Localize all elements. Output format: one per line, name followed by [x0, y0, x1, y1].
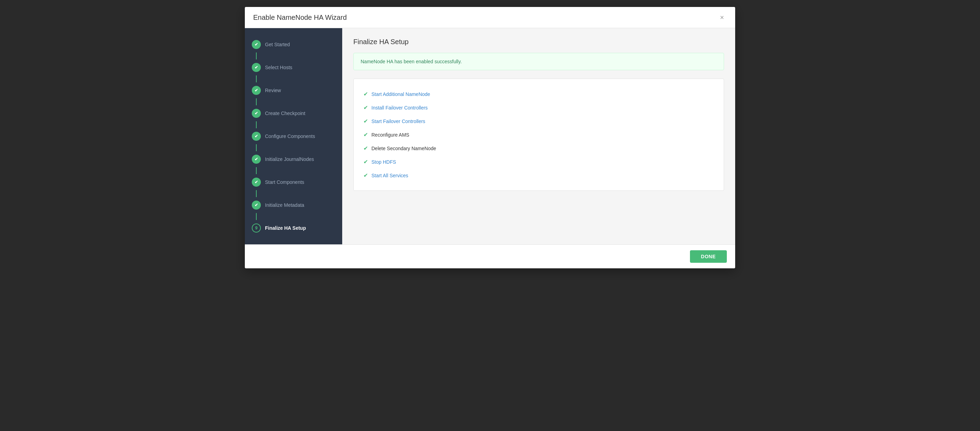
main-content: Finalize HA Setup NameNode HA has been e… [342, 28, 735, 244]
check-icon-step-5 [363, 145, 368, 152]
step-circle-4 [252, 109, 261, 118]
sidebar-item-label-5: Configure Components [265, 133, 315, 139]
check-icon-step-6 [363, 158, 368, 165]
sidebar-item-label-1: Get Started [265, 42, 290, 47]
success-banner: NameNode HA has been enabled successfull… [353, 53, 724, 70]
check-icon-step-2 [363, 104, 368, 111]
connector-2 [256, 75, 257, 82]
modal: Enable NameNode HA Wizard × Get Started [245, 7, 735, 268]
step-circle-3 [252, 86, 261, 95]
sidebar-item-review: Review [245, 82, 342, 98]
step-link-3[interactable]: Start Failover Controllers [371, 119, 425, 124]
check-icon-step-4 [363, 132, 368, 138]
content-title: Finalize HA Setup [353, 38, 724, 46]
list-item-1: Start Additional NameNode [363, 87, 714, 101]
done-button[interactable]: DONE [690, 250, 727, 263]
check-icon-step-7 [363, 172, 368, 179]
check-icon-8 [255, 203, 258, 208]
connector-8 [256, 213, 257, 220]
sidebar-item-initialize-metadata: Initialize Metadata [245, 197, 342, 213]
check-icon-5 [255, 134, 258, 139]
steps-list-panel: Start Additional NameNode Install Failov… [353, 79, 724, 191]
modal-overlay: Enable NameNode HA Wizard × Get Started [0, 0, 980, 431]
step-link-1[interactable]: Start Additional NameNode [371, 92, 430, 97]
sidebar-item-initialize-journalnodes: Initialize JournalNodes [245, 151, 342, 167]
connector-4 [256, 121, 257, 128]
step-link-7[interactable]: Start All Services [371, 173, 408, 178]
modal-footer: DONE [245, 244, 735, 268]
sidebar-item-label-6: Initialize JournalNodes [265, 157, 314, 162]
check-icon-step-3 [363, 118, 368, 124]
close-button[interactable]: × [717, 13, 727, 22]
connector-3 [256, 98, 257, 105]
sidebar-item-select-hosts: Select Hosts [245, 59, 342, 75]
check-icon-4 [255, 111, 258, 116]
step-circle-5 [252, 132, 261, 141]
sidebar-item-label-9: Finalize HA Setup [265, 225, 306, 231]
step-circle-2 [252, 63, 261, 72]
check-icon-3 [255, 88, 258, 93]
sidebar-item-label-8: Initialize Metadata [265, 202, 304, 208]
sidebar-item-label-4: Create Checkpoint [265, 111, 305, 116]
content-area: Finalize HA Setup NameNode HA has been e… [342, 28, 735, 244]
list-item-4: Reconfigure AMS [363, 128, 714, 141]
modal-header: Enable NameNode HA Wizard × [245, 7, 735, 28]
sidebar-item-label-2: Select Hosts [265, 65, 293, 70]
connector-6 [256, 167, 257, 174]
modal-body: Get Started Select Hosts Review [245, 28, 735, 244]
sidebar-item-create-checkpoint: Create Checkpoint [245, 105, 342, 121]
check-icon-2 [255, 65, 258, 70]
sidebar-item-label-3: Review [265, 87, 281, 93]
connector-7 [256, 190, 257, 197]
sidebar: Get Started Select Hosts Review [245, 28, 342, 244]
sidebar-item-start-components: Start Components [245, 174, 342, 190]
check-icon-1 [255, 42, 258, 47]
connector-5 [256, 144, 257, 151]
step-circle-8 [252, 201, 261, 209]
step-circle-7 [252, 177, 261, 187]
step-link-6[interactable]: Stop HDFS [371, 159, 396, 165]
sidebar-item-finalize-ha-setup: 9 Finalize HA Setup [245, 220, 342, 236]
list-item-5: Delete Secondary NameNode [363, 141, 714, 155]
step-circle-6 [252, 155, 261, 164]
step-text-4: Reconfigure AMS [371, 132, 409, 138]
step-circle-1 [252, 40, 261, 49]
step-number-9: 9 [255, 226, 258, 230]
list-item-7: Start All Services [363, 169, 714, 182]
sidebar-item-label-7: Start Components [265, 179, 304, 185]
success-message: NameNode HA has been enabled successfull… [361, 59, 462, 64]
check-icon-6 [255, 157, 258, 162]
list-item-2: Install Failover Controllers [363, 101, 714, 114]
step-link-2[interactable]: Install Failover Controllers [371, 105, 428, 111]
sidebar-item-configure-components: Configure Components [245, 128, 342, 144]
step-circle-9: 9 [252, 223, 261, 233]
step-text-5: Delete Secondary NameNode [371, 146, 436, 151]
sidebar-item-get-started: Get Started [245, 36, 342, 52]
list-item-6: Stop HDFS [363, 155, 714, 169]
check-icon-7 [255, 180, 258, 185]
modal-title: Enable NameNode HA Wizard [253, 14, 347, 22]
list-item-3: Start Failover Controllers [363, 114, 714, 128]
check-icon-step-1 [363, 91, 368, 97]
connector-1 [256, 52, 257, 59]
